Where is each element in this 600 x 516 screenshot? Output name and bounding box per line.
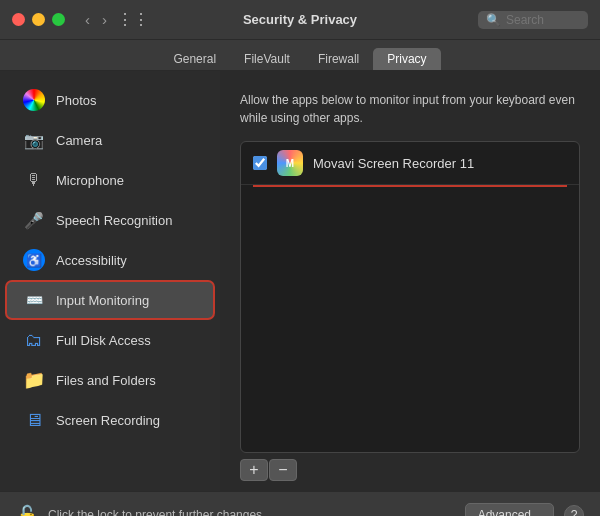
sidebar-item-photos[interactable]: Photos [6, 81, 214, 119]
grid-button[interactable]: ⋮⋮ [117, 10, 149, 29]
sidebar: Photos 📷 Camera 🎙 Microphone 🎤 Speech Re… [0, 71, 220, 491]
traffic-lights [12, 13, 65, 26]
sidebar-item-files-and-folders[interactable]: 📁 Files and Folders [6, 361, 214, 399]
app-checkbox-movavi[interactable] [253, 156, 267, 170]
back-button[interactable]: ‹ [81, 9, 94, 30]
titlebar: ‹ › ⋮⋮ Security & Privacy 🔍 [0, 0, 600, 40]
forward-button[interactable]: › [98, 9, 111, 30]
close-button[interactable] [12, 13, 25, 26]
movavi-icon: M [277, 150, 303, 176]
advanced-button[interactable]: Advanced... [465, 503, 554, 517]
panel-description: Allow the apps below to monitor input fr… [240, 91, 580, 127]
sidebar-item-full-disk-access[interactable]: 🗂 Full Disk Access [6, 321, 214, 359]
app-name-movavi: Movavi Screen Recorder 11 [313, 156, 474, 171]
accessibility-icon: ♿ [22, 248, 46, 272]
sidebar-item-microphone[interactable]: 🎙 Microphone [6, 161, 214, 199]
add-app-button[interactable]: + [240, 459, 268, 481]
nav-arrows: ‹ › [81, 9, 111, 30]
sidebar-item-camera[interactable]: 📷 Camera [6, 121, 214, 159]
tab-general[interactable]: General [159, 48, 230, 70]
maximize-button[interactable] [52, 13, 65, 26]
lock-icon[interactable]: 🔓 [16, 504, 38, 517]
help-button[interactable]: ? [564, 505, 584, 517]
sidebar-label-input-monitoring: Input Monitoring [56, 293, 149, 308]
bottom-bar: 🔓 Click the lock to prevent further chan… [0, 491, 600, 516]
sidebar-label-full-disk: Full Disk Access [56, 333, 151, 348]
sidebar-label-screen: Screen Recording [56, 413, 160, 428]
input-monitor-icon: ⌨️ [22, 288, 46, 312]
search-input[interactable] [506, 13, 586, 27]
tab-filevault[interactable]: FileVault [230, 48, 304, 70]
photos-icon [22, 88, 46, 112]
sidebar-label-camera: Camera [56, 133, 102, 148]
app-underline [253, 185, 567, 187]
minimize-button[interactable] [32, 13, 45, 26]
sidebar-item-input-monitoring[interactable]: ⌨️ Input Monitoring [6, 281, 214, 319]
window-title: Security & Privacy [243, 12, 357, 27]
microphone-icon: 🎙 [22, 168, 46, 192]
speech-icon: 🎤 [22, 208, 46, 232]
main-content: Photos 📷 Camera 🎙 Microphone 🎤 Speech Re… [0, 71, 600, 491]
sidebar-label-files: Files and Folders [56, 373, 156, 388]
sidebar-label-microphone: Microphone [56, 173, 124, 188]
sidebar-item-accessibility[interactable]: ♿ Accessibility [6, 241, 214, 279]
sidebar-label-speech: Speech Recognition [56, 213, 172, 228]
screen-recording-icon: 🖥 [22, 408, 46, 432]
sidebar-label-photos: Photos [56, 93, 96, 108]
list-item[interactable]: M Movavi Screen Recorder 11 [241, 142, 579, 185]
lock-text: Click the lock to prevent further change… [48, 508, 455, 517]
tab-privacy[interactable]: Privacy [373, 48, 440, 70]
camera-icon: 📷 [22, 128, 46, 152]
full-disk-icon: 🗂 [22, 328, 46, 352]
tabs-row: General FileVault Firewall Privacy [0, 40, 600, 71]
sidebar-label-accessibility: Accessibility [56, 253, 127, 268]
files-folders-icon: 📁 [22, 368, 46, 392]
app-list-container: M Movavi Screen Recorder 11 [240, 141, 580, 453]
list-actions: + − [240, 459, 580, 481]
tab-firewall[interactable]: Firewall [304, 48, 373, 70]
search-icon: 🔍 [486, 13, 501, 27]
search-box: 🔍 [478, 11, 588, 29]
remove-app-button[interactable]: − [269, 459, 297, 481]
sidebar-item-screen-recording[interactable]: 🖥 Screen Recording [6, 401, 214, 439]
sidebar-item-speech-recognition[interactable]: 🎤 Speech Recognition [6, 201, 214, 239]
right-panel: Allow the apps below to monitor input fr… [220, 71, 600, 491]
